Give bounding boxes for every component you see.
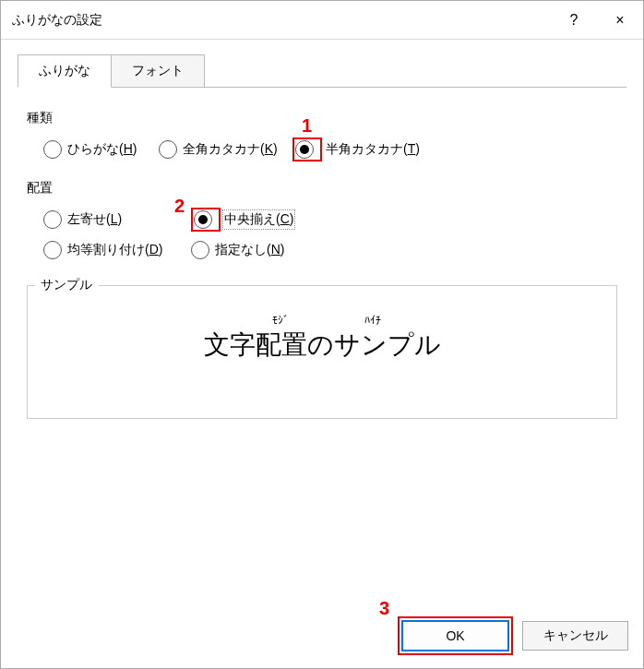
radio-icon <box>159 140 177 159</box>
highlight-box-2 <box>191 208 221 232</box>
ok-button[interactable]: OK <box>402 621 508 651</box>
radio-icon <box>191 241 209 259</box>
radio-center[interactable] <box>194 210 218 229</box>
radio-distribute[interactable]: 均等割り付け(D) <box>43 241 191 259</box>
radio-label: 左寄せ(L) <box>67 211 122 228</box>
radio-label: 指定なし(N) <box>215 242 284 258</box>
titlebar: ふりがなの設定 ? × <box>1 1 643 40</box>
highlight-box-1 <box>292 137 322 161</box>
sample-ruby-2: ﾊｲﾁ <box>364 314 381 328</box>
radio-label: ひらがな(H) <box>67 141 137 158</box>
tab-panel: 種類 1 ひらがな(H) 全角カタカナ(K) 半角カタカナ(T) 配置 2 <box>1 88 643 605</box>
sample-main-text: 文字配置のサンプル <box>39 328 605 363</box>
radio-label: 全角カタカナ(K) <box>183 141 278 158</box>
align-row-2: 均等割り付け(D) 指定なし(N) <box>27 241 617 259</box>
tab-strip: ふりがな フォント <box>1 40 643 88</box>
sample-group-title: サンプル <box>35 277 98 293</box>
radio-icon <box>43 241 62 259</box>
type-row: 1 ひらがな(H) 全角カタカナ(K) 半角カタカナ(T) <box>27 137 617 161</box>
radio-icon <box>295 140 314 159</box>
radio-icon <box>194 210 212 229</box>
radio-icon <box>43 210 62 229</box>
radio-label: 均等割り付け(D) <box>67 242 162 258</box>
sample-ruby-1: ﾓｼﾞ <box>272 314 289 328</box>
sample-area: ﾓｼﾞ ﾊｲﾁ 文字配置のサンプル <box>39 314 605 363</box>
align-label: 配置 <box>27 180 617 197</box>
button-row: 3 OK キャンセル <box>1 605 643 668</box>
help-button[interactable]: ? <box>551 1 597 40</box>
radio-icon <box>43 140 62 159</box>
tab-furigana[interactable]: ふりがな <box>18 54 112 88</box>
tab-font[interactable]: フォント <box>111 54 205 88</box>
sample-ruby-line: ﾓｼﾞ ﾊｲﾁ <box>39 314 605 328</box>
radio-zenkaku[interactable]: 全角カタカナ(K) <box>159 140 292 159</box>
window-title: ふりがなの設定 <box>12 12 551 29</box>
sample-group: サンプル ﾓｼﾞ ﾊｲﾁ 文字配置のサンプル <box>27 285 617 419</box>
spacer <box>27 419 617 591</box>
callout-3: 3 <box>379 598 389 619</box>
radio-left[interactable]: 左寄せ(L) <box>43 210 191 229</box>
type-label: 種類 <box>27 110 617 126</box>
radio-label-hankaku[interactable]: 半角カタカナ(T) <box>326 141 420 158</box>
radio-hiragana[interactable]: ひらがな(H) <box>43 140 159 159</box>
radio-none[interactable]: 指定なし(N) <box>191 241 284 259</box>
highlight-box-3: OK <box>398 616 513 655</box>
close-button[interactable]: × <box>597 1 643 40</box>
cancel-button[interactable]: キャンセル <box>522 621 628 651</box>
align-row-1: 2 左寄せ(L) 中央揃え(C) <box>27 208 617 232</box>
callout-1: 1 <box>302 115 312 137</box>
radio-hankaku[interactable] <box>295 140 319 159</box>
radio-label-center[interactable]: 中央揃え(C) <box>224 211 293 228</box>
